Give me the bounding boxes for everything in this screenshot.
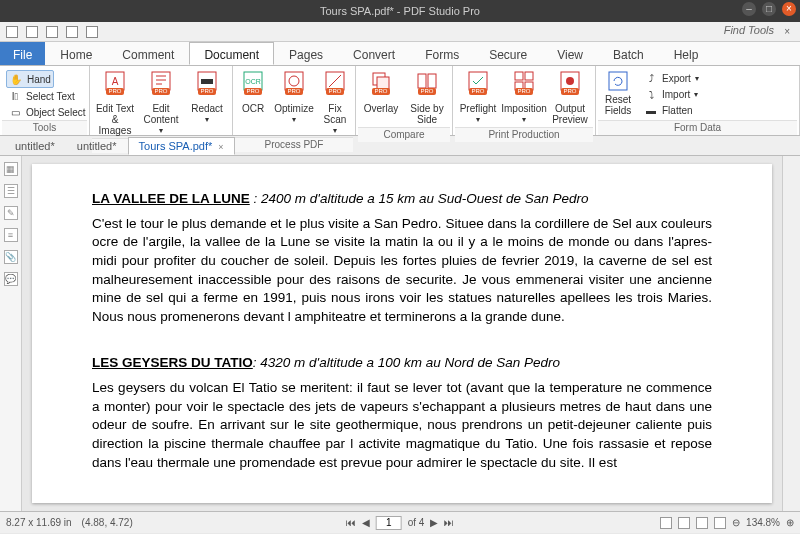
- view-single-icon[interactable]: [660, 517, 672, 529]
- text-select-icon: I⃞: [8, 89, 22, 103]
- svg-rect-13: [428, 74, 436, 88]
- tab-view[interactable]: View: [542, 42, 598, 65]
- edit-content-button[interactable]: PROEdit Content▾: [138, 68, 184, 137]
- ribbon-group-form: Reset Fields ⤴Export▾ ⤵Import▾ ▬Flatten …: [596, 66, 800, 135]
- view-cover-icon[interactable]: [714, 517, 726, 529]
- page-count: of 4: [408, 517, 425, 528]
- tab-convert[interactable]: Convert: [338, 42, 410, 65]
- tab-document[interactable]: Document: [189, 42, 274, 65]
- output-preview-button[interactable]: PROOutput Preview: [547, 68, 593, 127]
- minimize-button[interactable]: –: [742, 2, 756, 16]
- close-tab-icon[interactable]: ×: [218, 142, 223, 152]
- group-label-process: Process PDF: [235, 137, 353, 152]
- attachments-icon[interactable]: 📎: [4, 250, 18, 264]
- optimize-button[interactable]: PROOptimize▾: [271, 68, 317, 126]
- titlebar: Tours SPA.pdf* - PDF Studio Pro – □ ×: [0, 0, 800, 22]
- export-button[interactable]: ⤴Export▾: [642, 70, 701, 86]
- group-label-print: Print Production: [455, 127, 593, 142]
- hand-icon: ✋: [9, 72, 23, 86]
- ribbon-group-content: APROEdit Text & Images PROEdit Content▾ …: [90, 66, 233, 135]
- reset-icon: [607, 70, 629, 92]
- signatures-icon[interactable]: ✎: [4, 206, 18, 220]
- statusbar: 8.27 x 11.69 in (4.88, 4.72) ⏮ ◀ of 4 ▶ …: [0, 511, 800, 533]
- view-continuous-icon[interactable]: [678, 517, 690, 529]
- paragraph-2: Les geysers du volcan El Tatio se merite…: [92, 379, 712, 472]
- side-by-side-button[interactable]: PROSide by Side: [404, 68, 450, 127]
- document-view[interactable]: LA VALLEE DE LA LUNE : 2400 m d'altitude…: [22, 156, 782, 511]
- import-icon: ⤵: [644, 87, 658, 101]
- svg-text:OCR: OCR: [245, 78, 261, 85]
- tab-forms[interactable]: Forms: [410, 42, 474, 65]
- tab-pages[interactable]: Pages: [274, 42, 338, 65]
- ocr-button[interactable]: OCRPROOCR: [235, 68, 271, 116]
- maximize-button[interactable]: □: [762, 2, 776, 16]
- doc-tab-2[interactable]: Tours SPA.pdf*×: [128, 137, 235, 155]
- last-page-icon[interactable]: ⏭: [444, 517, 454, 528]
- window-title: Tours SPA.pdf* - PDF Studio Pro: [320, 5, 480, 17]
- group-label-compare: Compare: [358, 127, 450, 142]
- side-panel-tabs: ▦ ☰ ✎ ≡ 📎 💬: [0, 156, 22, 511]
- heading-2: LES GEYSERS DU TATIO: [92, 355, 253, 370]
- tab-home[interactable]: Home: [45, 42, 107, 65]
- open-icon[interactable]: [26, 26, 38, 38]
- select-text-tool[interactable]: I⃞Select Text: [6, 88, 77, 104]
- save-icon[interactable]: [46, 26, 58, 38]
- comments-icon[interactable]: 💬: [4, 272, 18, 286]
- object-select-icon: ▭: [8, 105, 22, 119]
- doc-tab-0[interactable]: untitled*: [4, 137, 66, 155]
- hand-tool[interactable]: ✋Hand: [6, 70, 54, 88]
- doc-tab-1[interactable]: untitled*: [66, 137, 128, 155]
- mail-icon[interactable]: [86, 26, 98, 38]
- tab-comment[interactable]: Comment: [107, 42, 189, 65]
- view-facing-icon[interactable]: [696, 517, 708, 529]
- zoom-out-icon[interactable]: ⊖: [732, 517, 740, 528]
- ribbon-group-compare: PROOverlay PROSide by Side Compare: [356, 66, 453, 135]
- svg-rect-16: [525, 72, 533, 80]
- app-icon: [6, 26, 18, 38]
- svg-text:A: A: [112, 76, 119, 87]
- find-tools-input[interactable]: Find Tools: [724, 24, 774, 36]
- reset-fields-button[interactable]: Reset Fields: [598, 68, 638, 118]
- svg-rect-21: [609, 72, 627, 90]
- preflight-button[interactable]: PROPreflight▾: [455, 68, 501, 126]
- zoom-level[interactable]: 134.8%: [746, 517, 780, 528]
- first-page-icon[interactable]: ⏮: [346, 517, 356, 528]
- redact-button[interactable]: PRORedact▾: [184, 68, 230, 126]
- ribbon-group-tools: ✋Hand I⃞Select Text ▭Object Select Tools: [0, 66, 90, 135]
- next-page-icon[interactable]: ▶: [430, 517, 438, 528]
- object-select-tool[interactable]: ▭Object Select: [6, 104, 87, 120]
- menubar: File Home Comment Document Pages Convert…: [0, 42, 800, 66]
- ribbon-group-process: OCRPROOCR PROOptimize▾ PROFix Scan▾ Proc…: [233, 66, 356, 135]
- thumbnails-icon[interactable]: ▦: [4, 162, 18, 176]
- print-icon[interactable]: [66, 26, 78, 38]
- flatten-button[interactable]: ▬Flatten: [642, 102, 695, 118]
- overlay-button[interactable]: PROOverlay: [358, 68, 404, 116]
- tab-secure[interactable]: Secure: [474, 42, 542, 65]
- import-button[interactable]: ⤵Import▾: [642, 86, 700, 102]
- window-controls: – □ ×: [742, 2, 796, 16]
- prev-page-icon[interactable]: ◀: [362, 517, 370, 528]
- svg-rect-12: [418, 74, 426, 88]
- svg-rect-4: [201, 79, 213, 84]
- layers-icon[interactable]: ≡: [4, 228, 18, 242]
- svg-rect-15: [515, 72, 523, 80]
- page-number-input[interactable]: [376, 516, 402, 530]
- imposition-button[interactable]: PROImposition▾: [501, 68, 547, 126]
- page-dimensions: 8.27 x 11.69 in: [6, 517, 72, 528]
- page: LA VALLEE DE LA LUNE : 2400 m d'altitude…: [32, 164, 772, 503]
- tab-file[interactable]: File: [0, 42, 45, 65]
- tab-help[interactable]: Help: [659, 42, 714, 65]
- export-icon: ⤴: [644, 71, 658, 85]
- tab-batch[interactable]: Batch: [598, 42, 659, 65]
- fix-scan-button[interactable]: PROFix Scan▾: [317, 68, 353, 137]
- edit-text-images-button[interactable]: APROEdit Text & Images: [92, 68, 138, 138]
- ribbon-group-print: PROPreflight▾ PROImposition▾ PROOutput P…: [453, 66, 596, 135]
- close-button[interactable]: ×: [782, 2, 796, 16]
- group-label-form: Form Data: [598, 120, 797, 135]
- collapse-ribbon-icon[interactable]: ×: [784, 26, 790, 37]
- heading-1: LA VALLEE DE LA LUNE: [92, 191, 250, 206]
- zoom-in-icon[interactable]: ⊕: [786, 517, 794, 528]
- flatten-icon: ▬: [644, 103, 658, 117]
- work-area: ▦ ☰ ✎ ≡ 📎 💬 LA VALLEE DE LA LUNE : 2400 …: [0, 156, 800, 511]
- bookmarks-icon[interactable]: ☰: [4, 184, 18, 198]
